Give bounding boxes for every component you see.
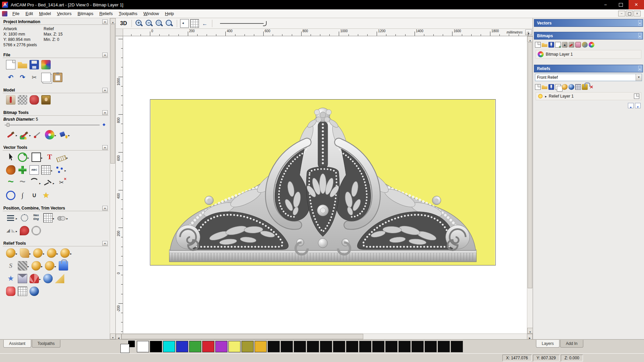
measure-icon[interactable] — [57, 152, 68, 163]
flyout-arrow-icon[interactable] — [30, 132, 31, 138]
spin-blue-icon[interactable] — [30, 286, 39, 297]
node-edit-icon[interactable] — [55, 165, 66, 175]
collapse-file-button[interactable] — [102, 53, 108, 57]
palette-swatch-3[interactable] — [176, 341, 188, 352]
to-relief-icon[interactable] — [582, 41, 588, 48]
bitmap-layer-row[interactable]: Bitmap Layer 1 — [536, 50, 641, 59]
mannequin-icon[interactable] — [6, 95, 15, 105]
shape-editor-icon[interactable] — [6, 248, 17, 258]
flood-fill-icon[interactable] — [59, 129, 70, 140]
palette-swatch-4[interactable] — [189, 341, 201, 352]
canvas-viewport[interactable] — [123, 36, 527, 334]
mdi-restore-button[interactable] — [626, 11, 633, 16]
relief-layer-row[interactable]: Relief Layer 1 — [536, 92, 641, 100]
flyout-arrow-icon[interactable] — [65, 167, 66, 173]
mdi-close-button[interactable] — [634, 11, 641, 16]
create-rectangle-icon[interactable] — [32, 152, 43, 163]
vectors-collapse-icon[interactable] — [638, 20, 641, 25]
slider-knob[interactable] — [7, 123, 9, 127]
abc-text-icon[interactable] — [30, 165, 39, 175]
paste-icon[interactable] — [53, 72, 62, 83]
flyout-arrow-icon[interactable] — [70, 250, 72, 256]
new-icon[interactable] — [535, 41, 541, 48]
maximize-button[interactable] — [613, 0, 629, 9]
flyout-arrow-icon[interactable] — [43, 250, 45, 256]
flyout-arrow-icon[interactable] — [68, 132, 70, 138]
zoom-object-icon[interactable] — [155, 18, 164, 29]
save-icon[interactable] — [548, 83, 554, 90]
menu-model[interactable]: Model — [36, 10, 54, 17]
close-button[interactable] — [629, 0, 644, 9]
flyout-arrow-icon[interactable] — [28, 154, 29, 160]
page-grid-icon[interactable] — [190, 18, 199, 29]
zoom-in-icon[interactable] — [135, 18, 144, 29]
menu-file[interactable]: File — [9, 10, 22, 17]
collapse-position-button[interactable] — [102, 206, 108, 210]
palette-swatch-21[interactable] — [412, 341, 424, 352]
scroll-up-button[interactable] — [110, 18, 116, 24]
trim-weld-icon[interactable] — [20, 225, 29, 236]
undo-icon[interactable] — [6, 72, 15, 83]
flyout-arrow-icon[interactable] — [39, 180, 41, 186]
flyout-arrow-icon[interactable] — [55, 263, 56, 269]
relief-lock-icon[interactable] — [59, 260, 68, 271]
scroll-down-button[interactable] — [110, 334, 116, 339]
trim-vectors-icon[interactable] — [57, 177, 66, 188]
weave-relief-icon[interactable] — [18, 260, 29, 271]
sculpt-gold-icon[interactable] — [33, 248, 45, 258]
polyline-icon[interactable] — [43, 177, 55, 188]
transform-icon[interactable] — [18, 152, 29, 163]
expand-icon[interactable] — [545, 94, 547, 99]
open-file-icon[interactable] — [18, 59, 27, 70]
portrait-icon[interactable] — [41, 95, 51, 105]
interactive-sculpt-icon[interactable] — [45, 260, 56, 271]
smooth-relief-icon[interactable] — [20, 248, 31, 258]
edit-layer-icon[interactable] — [634, 94, 639, 99]
relief-select[interactable]: Front Relief — [535, 74, 642, 81]
palette-swatch-8[interactable] — [241, 341, 254, 352]
open-icon[interactable] — [542, 41, 547, 48]
scale-z-icon[interactable] — [569, 83, 574, 90]
scroll-down-button[interactable] — [527, 328, 533, 334]
turn-relief-icon[interactable] — [18, 286, 27, 297]
palette-swatch-11[interactable] — [281, 341, 293, 352]
grid-icon[interactable] — [41, 165, 53, 175]
copy-icon[interactable] — [41, 72, 51, 83]
flyout-arrow-icon[interactable] — [16, 215, 17, 221]
smooth-curve-icon[interactable] — [18, 177, 27, 188]
colour-picker-icon[interactable] — [33, 129, 43, 140]
weld-icon[interactable] — [57, 213, 68, 223]
angle-relief-icon[interactable] — [60, 248, 72, 258]
paint-all-icon[interactable] — [20, 129, 31, 140]
visibility-icon[interactable] — [538, 94, 543, 99]
green-cross-icon[interactable] — [18, 165, 27, 175]
nesting-icon[interactable] — [32, 213, 41, 223]
flyout-arrow-icon[interactable] — [39, 276, 41, 282]
tab-layers[interactable]: Layers — [536, 340, 559, 348]
import-export-icon[interactable] — [41, 59, 51, 70]
tab-assistant[interactable]: Assistant — [3, 340, 31, 348]
bitmaps-header[interactable]: Bitmaps — [534, 32, 643, 40]
menu-vectors[interactable]: Vectors — [54, 10, 74, 17]
scrollbar-thumb[interactable] — [110, 24, 115, 164]
flyout-arrow-icon[interactable] — [53, 215, 55, 221]
ruler-unit-button[interactable] — [525, 29, 532, 35]
palette-swatch-13[interactable] — [307, 341, 319, 352]
flyout-arrow-icon[interactable] — [41, 263, 43, 269]
texture-relief-icon[interactable] — [43, 273, 53, 284]
save-model-icon[interactable] — [30, 59, 39, 70]
menu-window[interactable]: Window — [141, 10, 162, 17]
new-model-icon[interactable] — [6, 59, 15, 70]
collapse-model-button[interactable] — [102, 88, 108, 93]
slipper-icon[interactable] — [6, 165, 15, 175]
fan-relief-icon[interactable] — [30, 273, 41, 284]
menu-toolpaths[interactable]: Toolpaths — [116, 10, 141, 17]
palette-swatch-18[interactable] — [372, 341, 384, 352]
select-icon[interactable] — [6, 152, 15, 163]
merge-up-icon[interactable] — [562, 41, 568, 48]
assistant-scrollbar[interactable] — [110, 18, 115, 339]
wrap-icon[interactable] — [32, 225, 41, 236]
envelope-icon[interactable] — [18, 273, 27, 284]
scrollbar-thumb[interactable] — [528, 42, 532, 288]
mdi-minimize-button[interactable] — [618, 11, 625, 16]
